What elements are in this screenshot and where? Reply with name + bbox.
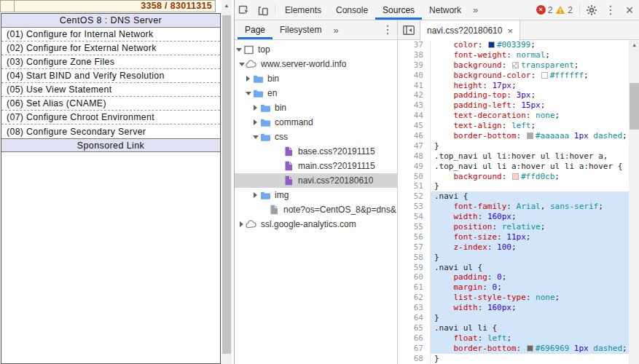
- tree-item-en[interactable]: en: [235, 86, 397, 100]
- css-file-icon: [283, 161, 294, 171]
- editor-scrollbar[interactable]: ▲: [629, 40, 639, 364]
- tree-open-arrow-icon[interactable]: [235, 48, 243, 52]
- device-toolbar-icon[interactable]: [254, 0, 273, 20]
- tree-item-command[interactable]: command: [235, 115, 397, 130]
- kebab-menu-icon[interactable]: ⋮: [601, 0, 620, 20]
- line-number: 41: [398, 81, 431, 91]
- code-line-45: 45 text-align: left;: [398, 121, 639, 131]
- tab-close-icon[interactable]: ×: [507, 25, 513, 36]
- tree-item-label: www.server-world.info: [261, 59, 346, 69]
- tree-item-label: note?os=CentOS_8&p=dns&: [283, 205, 396, 215]
- editor-scroll-up-icon[interactable]: ▲: [629, 40, 639, 50]
- menu-item-6[interactable]: (06) Set Alias (CNAME): [1, 97, 220, 111]
- warning-badge[interactable]: 2: [555, 5, 573, 15]
- tree-item-main-css-20191115[interactable]: main.css?20191115: [235, 159, 397, 173]
- code-line-42: 42 padding-top: 3px;: [398, 90, 639, 100]
- tree-item-navi-css-20180610[interactable]: navi.css?20180610: [235, 173, 397, 188]
- menu-item-1[interactable]: (01) Configure for Internal Network: [1, 28, 220, 41]
- file-tree: topwww.server-world.infobinenbincommandc…: [235, 40, 397, 364]
- devtools-tabs: ElementsConsoleSourcesNetwork: [278, 0, 469, 20]
- code-line-66: 66 float: left;: [398, 333, 639, 344]
- menu-item-5[interactable]: (05) Use View Statement: [1, 83, 220, 97]
- menu-item-4[interactable]: (04) Start BIND and Verify Resolution: [1, 69, 220, 83]
- menu-item-3[interactable]: (03) Configure Zone Files: [1, 55, 220, 69]
- close-icon[interactable]: ×: [620, 0, 639, 20]
- tree-item-www-server-world-info[interactable]: www.server-world.info: [235, 57, 397, 71]
- tree-item-img[interactable]: img: [235, 188, 397, 202]
- more-panels-icon[interactable]: »: [329, 20, 342, 39]
- color-swatch-icon[interactable]: [512, 173, 519, 180]
- code-line-40: 40 background-color: #ffffff;: [398, 71, 639, 81]
- page-scrollbar-thumb[interactable]: [222, 15, 231, 354]
- tree-item-ssl-google-analytics-com[interactable]: ssl.google-analytics.com: [235, 217, 397, 232]
- code-line-55: 55 position: relative;: [398, 222, 639, 232]
- tree-closed-arrow-icon[interactable]: [244, 76, 252, 82]
- line-number: 52: [398, 191, 431, 202]
- error-badge[interactable]: × 2: [536, 5, 553, 15]
- scroll-up-arrow-icon[interactable]: ▲: [222, 0, 232, 10]
- line-number: 55: [398, 222, 431, 232]
- code-line-57: 57 z-index: 100;: [398, 242, 639, 253]
- inspect-element-icon[interactable]: [235, 0, 254, 20]
- tree-item-css[interactable]: css: [235, 130, 397, 144]
- warning-icon: [555, 5, 565, 15]
- color-swatch-icon[interactable]: [512, 62, 519, 68]
- navigator-tab-page[interactable]: Page: [238, 20, 273, 39]
- menu-item-2[interactable]: (02) Configure for External Network: [1, 41, 220, 55]
- code-line-46: 46 border-bottom: #aaaaaa 1px dashed;: [398, 131, 639, 141]
- navigator-tab-filesystem[interactable]: Filesystem: [273, 20, 329, 39]
- tree-item-bin[interactable]: bin: [235, 71, 397, 86]
- line-number: 56: [398, 232, 431, 242]
- css-file-icon: [283, 175, 294, 186]
- tree-open-arrow-icon[interactable]: [238, 63, 246, 66]
- menu-item-7[interactable]: (07) Configure Chroot Environment: [1, 111, 220, 124]
- code-line-content: .navi ul {: [431, 263, 639, 273]
- editor-tab-label: navi.css?20180610: [427, 25, 502, 36]
- tab-elements[interactable]: Elements: [278, 0, 329, 20]
- color-swatch-icon[interactable]: [527, 345, 533, 352]
- code-editor[interactable]: 37 color: #003399;38 font-weight: normal…: [398, 40, 639, 364]
- more-tabs-icon[interactable]: »: [469, 0, 482, 20]
- line-number: 58: [398, 253, 431, 263]
- navigator-kebab-icon[interactable]: ⋮: [378, 20, 397, 39]
- tree-item-bin[interactable]: bin: [235, 100, 397, 115]
- color-swatch-icon[interactable]: [488, 41, 495, 48]
- tree-item-note-os-centos-8-p-dns-[interactable]: note?os=CentOS_8&p=dns&: [235, 202, 397, 217]
- toolbar-divider: [275, 4, 275, 15]
- code-line-content: position: relative;: [431, 222, 639, 232]
- tree-closed-arrow-icon[interactable]: [238, 221, 246, 227]
- line-number: 43: [398, 100, 431, 111]
- color-swatch-icon[interactable]: [541, 72, 548, 79]
- tab-sources[interactable]: Sources: [375, 0, 422, 20]
- code-line-59: 59.navi ul {: [398, 263, 639, 273]
- tree-open-arrow-icon[interactable]: [244, 92, 252, 95]
- line-number: 53: [398, 202, 431, 212]
- code-line-49: 49.top_navi ul li a:hover ul li a:hover …: [398, 162, 639, 172]
- menu-item-8[interactable]: (08) Configure Secondary Server: [1, 124, 220, 138]
- tree-item-base-css-20191115[interactable]: base.css?20191115: [235, 144, 397, 159]
- folder-icon: [259, 118, 271, 127]
- tree-item-top[interactable]: top: [235, 42, 397, 57]
- frame-icon: [243, 45, 254, 55]
- visitor-counter: 3358 / 83011315: [15, 1, 215, 12]
- tab-network[interactable]: Network: [422, 0, 469, 20]
- editor-tab-navi-css[interactable]: navi.css?20180610 ×: [420, 20, 520, 41]
- code-line-content: }: [431, 141, 639, 151]
- tab-console[interactable]: Console: [329, 0, 375, 20]
- toggle-navigator-icon[interactable]: [398, 20, 420, 39]
- tree-closed-arrow-icon[interactable]: [251, 105, 259, 111]
- tree-item-label: en: [267, 88, 277, 98]
- editor-scrollbar-thumb[interactable]: [630, 83, 639, 130]
- code-lines: 37 color: #003399;38 font-weight: normal…: [398, 40, 639, 364]
- tree-closed-arrow-icon[interactable]: [251, 192, 259, 198]
- tree-item-label: css: [275, 132, 288, 142]
- page-scrollbar[interactable]: ▲: [222, 0, 232, 364]
- color-swatch-icon[interactable]: [527, 132, 533, 139]
- tree-open-arrow-icon[interactable]: [251, 135, 259, 139]
- tree-item-label: bin: [275, 103, 286, 113]
- code-line-68: 68}: [398, 354, 639, 364]
- line-number: 50: [398, 172, 431, 182]
- settings-gear-icon[interactable]: [582, 0, 601, 20]
- code-line-64: 64}: [398, 313, 639, 323]
- tree-closed-arrow-icon[interactable]: [251, 119, 259, 125]
